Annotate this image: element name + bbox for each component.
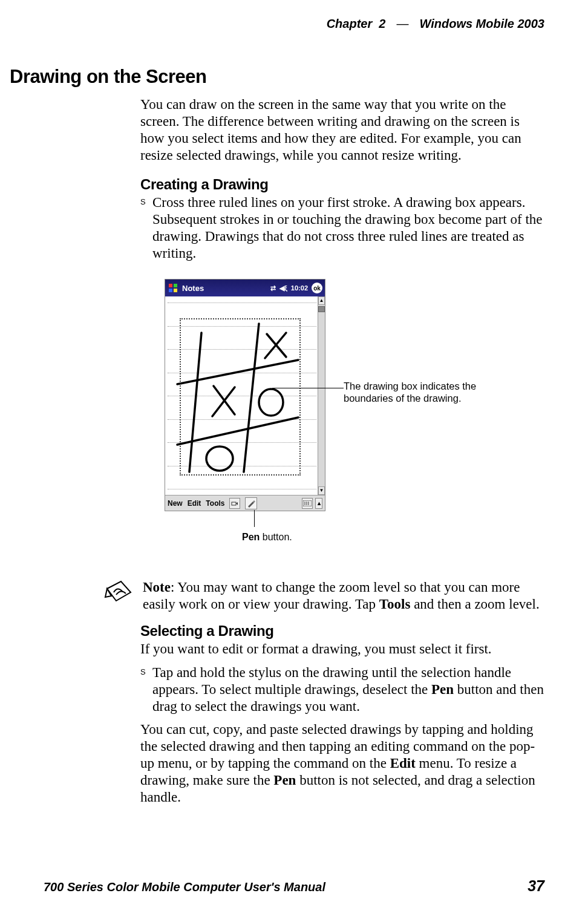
selecting-intro: If you want to edit or format a drawing,… (140, 641, 544, 658)
scroll-down-arrow[interactable]: ▼ (318, 486, 325, 495)
svg-line-7 (177, 417, 298, 445)
note-icon (104, 579, 134, 606)
svg-rect-0 (169, 284, 172, 287)
callout-leader-line (272, 388, 344, 388)
selecting-bullet: Tap and hold the stylus on the drawing u… (140, 664, 544, 715)
menu-new[interactable]: New (168, 499, 183, 508)
section-heading: Drawing on the Screen (10, 66, 544, 88)
speaker-icon[interactable]: ◀ξ (279, 284, 287, 292)
figure: Notes ⇄ ◀ξ 10:02 ok (165, 279, 544, 555)
selecting-edit-word: Edit (390, 756, 416, 771)
app-title: Notes (182, 284, 204, 293)
device-titlebar: Notes ⇄ ◀ξ 10:02 ok (165, 280, 325, 296)
intro-paragraph: You can draw on the screen in the same w… (140, 96, 544, 164)
device-screenshot: Notes ⇄ ◀ξ 10:02 ok (165, 279, 325, 511)
svg-rect-2 (169, 289, 172, 292)
selecting-pen-word2: Pen (273, 773, 296, 788)
ok-button[interactable]: ok (312, 283, 322, 293)
svg-rect-1 (174, 284, 177, 287)
pen-button[interactable] (245, 497, 257, 509)
selecting-pen-word: Pen (431, 682, 454, 697)
record-icon[interactable] (229, 498, 240, 509)
chapter-number: 2 (379, 17, 385, 30)
manual-title: 700 Series Color Mobile Computer User's … (44, 880, 325, 894)
sip-arrow-icon[interactable]: ▴ (315, 498, 322, 509)
scroll-thumb[interactable] (318, 306, 325, 312)
svg-rect-3 (174, 289, 177, 292)
menu-edit[interactable]: Edit (188, 499, 201, 508)
scroll-up-arrow[interactable]: ▲ (318, 296, 325, 305)
clock-time[interactable]: 10:02 (291, 284, 308, 292)
drawing-canvas[interactable]: ▲ ▼ (165, 296, 325, 495)
device-menubar: New Edit Tools ▴ (165, 495, 325, 511)
sip-keyboard-icon[interactable] (302, 498, 313, 509)
footer: 700 Series Color Mobile Computer User's … (44, 877, 544, 895)
menu-tools[interactable]: Tools (206, 499, 224, 508)
svg-point-12 (259, 389, 283, 416)
note-bold: Note (143, 580, 171, 595)
connectivity-icon[interactable]: ⇄ (270, 284, 276, 292)
svg-line-11 (212, 387, 235, 416)
drawing-box-callout: The drawing box indicates the boundaries… (344, 381, 483, 405)
svg-rect-15 (303, 500, 312, 506)
svg-rect-14 (232, 502, 236, 505)
tictactoe-drawing (165, 296, 318, 495)
vertical-scrollbar[interactable]: ▲ ▼ (318, 296, 325, 495)
selecting-para2: You can cut, copy, and paste selected dr… (140, 721, 544, 806)
note-text: Note: You may want to change the zoom le… (143, 579, 544, 613)
book-title: Windows Mobile 2003 (419, 17, 544, 31)
chapter-word: Chapter (327, 17, 373, 30)
start-icon[interactable] (168, 283, 178, 293)
note-body-2: and then a zoom level. (410, 597, 539, 612)
running-head: Chapter 2 — Windows Mobile 2003 (44, 17, 544, 31)
svg-line-4 (189, 333, 201, 472)
svg-line-5 (244, 324, 259, 472)
pen-callout-bold: Pen (242, 532, 260, 542)
note-tools-word: Tools (379, 597, 411, 612)
selecting-heading: Selecting a Drawing (140, 623, 544, 639)
page-number: 37 (528, 877, 544, 895)
note-block: Note: You may want to change the zoom le… (104, 579, 544, 613)
chapter-label: Chapter 2 (327, 17, 386, 31)
svg-line-6 (177, 360, 298, 384)
creating-heading: Creating a Drawing (140, 176, 544, 193)
pen-callout-rest: button. (260, 532, 292, 542)
creating-bullet: Cross three ruled lines on your first st… (140, 194, 544, 262)
separator: — (396, 17, 408, 31)
svg-point-13 (206, 446, 233, 471)
